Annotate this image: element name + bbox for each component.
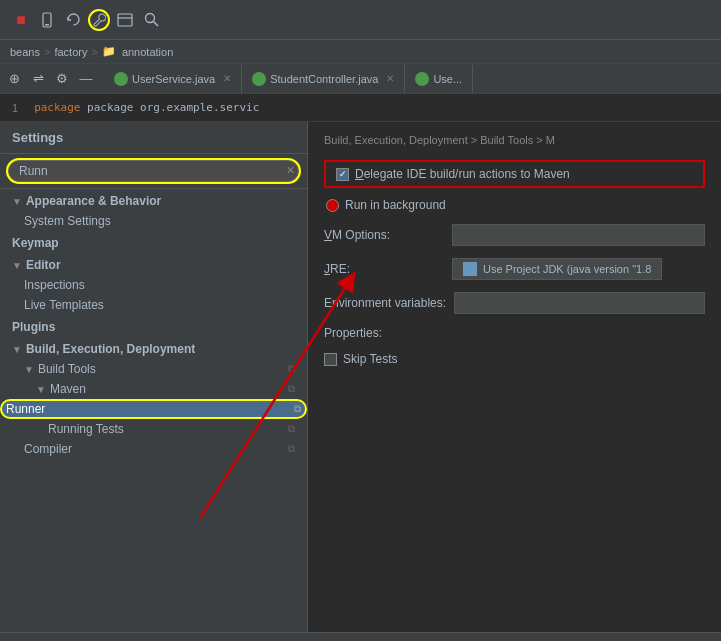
right-breadcrumb: Build, Execution, Deployment > Build Too…	[324, 134, 705, 146]
layout-icon[interactable]	[114, 9, 136, 31]
skip-tests-label: Skip Tests	[343, 352, 397, 366]
search-icon[interactable]	[140, 9, 162, 31]
square-icon[interactable]: ■	[10, 9, 32, 31]
split-icon[interactable]: ⇌	[28, 69, 48, 89]
settings-container: Settings ✕ ▼ Appearance & Behavior Syste…	[0, 122, 721, 632]
skip-tests-row: Skip Tests	[324, 352, 705, 366]
env-vars-label: Environment variables:	[324, 296, 446, 310]
svg-rect-1	[45, 24, 49, 26]
tree-item-runner[interactable]: Runner ⧉	[0, 399, 307, 419]
jre-label: JRE:	[324, 262, 444, 276]
expand-arrow-icon: ▼	[12, 196, 22, 207]
settings-icon[interactable]: ⚙	[52, 69, 72, 89]
tree-header-editor[interactable]: ▼ Editor	[0, 253, 307, 275]
tree-item-system-settings[interactable]: System Settings	[0, 211, 307, 231]
tree-item-inspections[interactable]: Inspections	[0, 275, 307, 295]
skip-tests-checkbox[interactable]	[324, 353, 337, 366]
tree-item-build-tools[interactable]: ▼ Build Tools ⧉	[0, 359, 307, 379]
settings-title: Settings	[0, 122, 307, 154]
vm-options-input[interactable]	[452, 224, 705, 246]
tree-item-compiler[interactable]: Compiler ⧉	[0, 439, 307, 459]
run-background-label: Run in background	[345, 198, 446, 212]
folder-icon: 📁	[102, 45, 116, 58]
tab-studentcontroller[interactable]: StudentController.java ✕	[242, 65, 405, 93]
breadcrumb-annotation[interactable]: annotation	[122, 46, 173, 58]
tree-item-maven[interactable]: ▼ Maven ⧉	[0, 379, 307, 399]
search-input[interactable]	[8, 160, 299, 182]
copy-icon2[interactable]: ⧉	[288, 383, 295, 395]
tree-item-live-templates[interactable]: Live Templates	[0, 295, 307, 315]
jre-selector[interactable]: Use Project JDK (java version "1.8	[452, 258, 662, 280]
close-tab-icon[interactable]: ✕	[223, 73, 231, 84]
add-tab-icon[interactable]: ⊕	[4, 69, 24, 89]
svg-line-5	[153, 22, 158, 27]
toolbar: ■	[0, 0, 721, 40]
tree-item-running-tests[interactable]: Running Tests ⧉	[0, 419, 307, 439]
close-tab2-icon[interactable]: ✕	[386, 73, 394, 84]
svg-point-4	[145, 14, 154, 23]
jdk-icon	[463, 262, 477, 276]
expand-maven-arrow-icon: ▼	[36, 384, 46, 395]
java-icon2	[252, 72, 266, 86]
properties-row: Properties:	[324, 326, 705, 340]
tree-header-appearance[interactable]: ▼ Appearance & Behavior	[0, 189, 307, 211]
tree-header-plugins[interactable]: Plugins	[0, 315, 307, 337]
env-vars-row: Environment variables:	[324, 292, 705, 314]
jre-row: JRE: Use Project JDK (java version "1.8	[324, 258, 705, 280]
tree-header-keymap[interactable]: Keymap	[0, 231, 307, 253]
expand-editor-arrow-icon: ▼	[12, 260, 22, 271]
tab-bar-actions: ⊕ ⇌ ⚙ —	[4, 69, 96, 89]
copy-icon3[interactable]: ⧉	[294, 403, 301, 415]
java-icon3	[415, 72, 429, 86]
expand-buildtools-arrow-icon: ▼	[24, 364, 34, 375]
wrench-icon[interactable]	[88, 9, 110, 31]
run-background-row: Run in background	[324, 198, 705, 212]
copy-icon5[interactable]: ⧉	[288, 443, 295, 455]
breadcrumb: beans > factory > 📁 annotation	[0, 40, 721, 64]
phone-icon[interactable]	[36, 9, 58, 31]
delegate-checkbox-wrap[interactable]: ✓ Delegate IDE build/run actions to Mave…	[324, 160, 705, 188]
env-vars-input[interactable]	[454, 292, 705, 314]
vm-options-row: VM Options:	[324, 224, 705, 246]
search-box-wrap: ✕	[0, 154, 307, 189]
copy-icon4[interactable]: ⧉	[288, 423, 295, 435]
tab-userservice[interactable]: UserService.java ✕	[104, 65, 242, 93]
search-clear-icon[interactable]: ✕	[286, 164, 295, 177]
settings-sidebar: Settings ✕ ▼ Appearance & Behavior Syste…	[0, 122, 308, 632]
editor-code: package package org.example.servic	[34, 101, 259, 114]
properties-label: Properties:	[324, 326, 444, 340]
bottom-bar: https://blog.csdn.net/weixin_42058472	[0, 632, 721, 641]
breadcrumb-factory[interactable]: factory	[54, 46, 87, 58]
refresh-icon[interactable]	[62, 9, 84, 31]
svg-rect-2	[118, 14, 132, 26]
minimize-icon[interactable]: —	[76, 69, 96, 89]
run-background-radio[interactable]	[326, 199, 339, 212]
expand-build-arrow-icon: ▼	[12, 344, 22, 355]
java-icon	[114, 72, 128, 86]
tab-bar: ⊕ ⇌ ⚙ — UserService.java ✕ StudentContro…	[0, 64, 721, 94]
tab-use[interactable]: Use...	[405, 65, 473, 93]
delegate-checkbox[interactable]: ✓	[336, 168, 349, 181]
tree-header-build[interactable]: ▼ Build, Execution, Deployment	[0, 337, 307, 359]
copy-icon[interactable]: ⧉	[288, 363, 295, 375]
settings-tree: ▼ Appearance & Behavior System Settings …	[0, 189, 307, 632]
settings-right: Build, Execution, Deployment > Build Too…	[308, 122, 721, 632]
vm-options-label: VM Options:	[324, 228, 444, 242]
breadcrumb-beans[interactable]: beans	[10, 46, 40, 58]
editor-header: 1 package package org.example.servic	[0, 94, 721, 122]
delegate-label: Delegate IDE build/run actions to Maven	[355, 167, 570, 181]
